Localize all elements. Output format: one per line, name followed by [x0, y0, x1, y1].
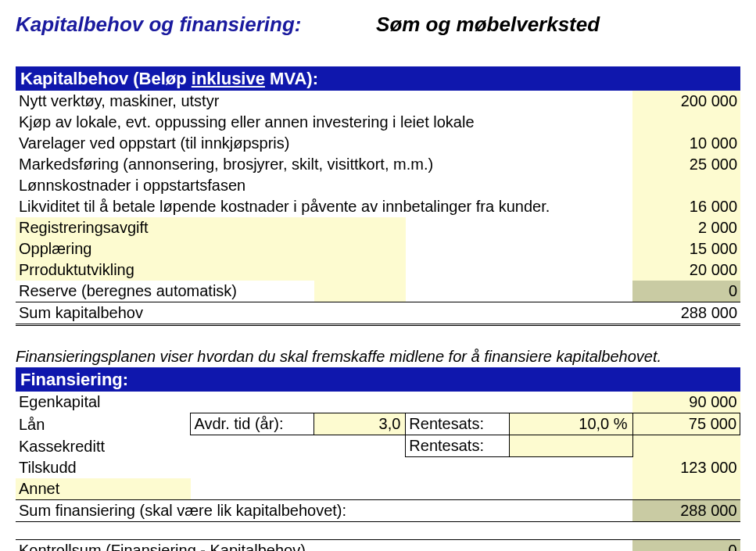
row-label: Kjøp av lokale, evt. oppussing eller ann… [16, 112, 632, 133]
row-value: 0 [632, 281, 740, 302]
sum-label: Sum finansiering (skal være lik kapitalb… [16, 500, 632, 522]
row-label[interactable]: Prroduktutvikling [16, 259, 406, 281]
row-label: Likviditet til å betale løpende kostnade… [16, 196, 632, 217]
row-value[interactable]: 200 000 [632, 91, 740, 112]
finansiering-header-right [632, 367, 740, 392]
row-label[interactable]: Annet [16, 478, 191, 500]
row-value[interactable] [632, 112, 740, 133]
row-label: Tilskudd [16, 457, 632, 479]
row-value[interactable]: 15 000 [632, 238, 740, 259]
row-label[interactable]: Opplæring [16, 238, 406, 259]
rente-value[interactable]: 10,0 % [509, 413, 632, 435]
rente-label: Rentesats: [406, 413, 509, 435]
row-value[interactable]: 2 000 [632, 217, 740, 238]
row-value[interactable]: 16 000 [632, 196, 740, 217]
row-value[interactable] [632, 175, 740, 196]
row-label: Markedsføring (annonsering, brosjyrer, s… [16, 154, 632, 175]
row-value[interactable] [632, 478, 740, 500]
rente-label: Rentesats: [406, 435, 509, 457]
row-label: Varelager ved oppstart (til innkjøpspris… [16, 133, 632, 154]
finansiering-header: Finansiering: [16, 367, 632, 392]
sum-label: Sum kapitalbehov [16, 302, 632, 325]
row-label[interactable]: Registreringsavgift [16, 217, 406, 238]
row-value[interactable]: 20 000 [632, 259, 740, 281]
avdr-label: Avdr. tid (år): [191, 413, 314, 435]
title-right: Søm og møbelverksted [376, 13, 600, 36]
row-label: Reserve (beregnes automatisk) [16, 281, 314, 302]
row-value[interactable] [632, 435, 740, 457]
row-label: Egenkapital [16, 392, 632, 413]
kapitalbehov-header: Kapitalbehov (Beløp inklusive MVA): [16, 66, 632, 91]
title-left: Kapitalbehov og finansiering: [16, 13, 301, 36]
sum-value: 288 000 [632, 500, 740, 522]
row-label: Kassekreditt [16, 435, 191, 457]
finansiering-table: Finansiering: Egenkapital 90 000 Lån Avd… [16, 367, 740, 551]
kapitalbehov-header-right [632, 66, 740, 91]
kontroll-value: 0 [632, 540, 740, 552]
avdr-value[interactable]: 3,0 [314, 413, 406, 435]
kapitalbehov-table: Kapitalbehov (Beløp inklusive MVA): Nytt… [16, 66, 740, 326]
kontroll-label: Kontrollsum (Finansiering - Kapitalbehov… [16, 540, 632, 552]
finansiering-intro: Finansieringsplanen viser hvordan du ska… [16, 348, 740, 367]
row-value[interactable]: 10 000 [632, 133, 740, 154]
row-label: Lønnskostnader i oppstartsfasen [16, 175, 632, 196]
rente-value[interactable] [509, 435, 632, 457]
row-value[interactable]: 25 000 [632, 154, 740, 175]
loan-value[interactable]: 75 000 [632, 413, 740, 435]
row-value[interactable]: 123 000 [632, 457, 740, 479]
row-label: Nytt verktøy, maskiner, utstyr [16, 91, 632, 112]
page-title: Kapitalbehov og finansiering: Søm og møb… [16, 13, 740, 37]
sum-value: 288 000 [632, 302, 740, 325]
row-value[interactable]: 90 000 [632, 392, 740, 413]
row-label: Lån [16, 413, 191, 435]
